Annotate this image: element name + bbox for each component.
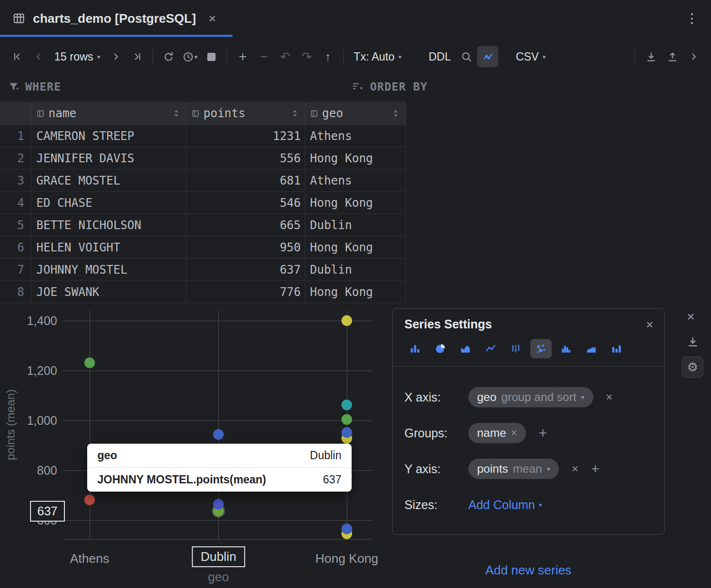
groups-field-pill[interactable]: name ×	[468, 423, 526, 443]
tx-mode-dropdown[interactable]: Tx: Auto ▾	[349, 46, 406, 67]
row-number[interactable]: 5	[0, 214, 31, 236]
tab-close-icon[interactable]: ×	[209, 12, 216, 25]
submit-button[interactable]: ↑	[317, 46, 339, 67]
row-number[interactable]: 4	[0, 192, 31, 214]
scatter-point[interactable]	[341, 524, 352, 534]
export-format-dropdown[interactable]: CSV ▾	[511, 46, 551, 67]
cell-name[interactable]: CAMERON STREEP	[31, 125, 186, 147]
sort-arrows-icon[interactable]	[292, 109, 298, 118]
cell-points[interactable]: 665	[186, 214, 305, 236]
rollback-button[interactable]: ↷	[296, 46, 317, 67]
scatter-point[interactable]	[213, 499, 224, 510]
cell-points[interactable]: 637	[186, 259, 305, 281]
cell-points[interactable]: 950	[186, 236, 305, 259]
chart-settings-button[interactable]: ⚙	[682, 356, 703, 378]
cell-points[interactable]: 546	[186, 192, 305, 214]
scatter-point[interactable]	[341, 315, 352, 326]
column-header-geo[interactable]: geo	[305, 102, 406, 125]
cell-name[interactable]: BETTE NICHOLSON	[31, 214, 186, 236]
remove-y-axis-icon[interactable]: ×	[572, 463, 578, 475]
add-row-button[interactable]: +	[232, 46, 253, 67]
search-button[interactable]	[456, 46, 477, 67]
cell-geo[interactable]: Athens	[305, 125, 406, 147]
chart-view-button[interactable]	[477, 46, 498, 67]
more-toolbar-button[interactable]	[683, 46, 704, 67]
last-page-button[interactable]	[126, 46, 148, 67]
chart-type-column-icon[interactable]	[404, 339, 426, 358]
sort-arrows-icon[interactable]	[393, 109, 399, 118]
cell-geo[interactable]: Hong Kong	[305, 281, 406, 303]
reload-button[interactable]	[158, 46, 179, 67]
cell-name[interactable]: GRACE MOSTEL	[31, 170, 186, 192]
remove-group-icon[interactable]: ×	[511, 427, 517, 439]
cell-geo[interactable]: Athens	[305, 170, 406, 192]
schedule-refresh-button[interactable]: ▾	[179, 46, 201, 67]
row-number[interactable]: 8	[0, 281, 31, 303]
tooltip-row: geo Dublin	[87, 444, 352, 467]
cell-name[interactable]: JENNIFER DAVIS	[31, 147, 186, 170]
row-number[interactable]: 3	[0, 170, 31, 192]
export-chart-button[interactable]	[686, 335, 699, 348]
row-number[interactable]: 6	[0, 236, 31, 259]
remove-x-axis-icon[interactable]: ×	[606, 391, 613, 403]
sort-arrows-icon[interactable]	[173, 109, 179, 118]
close-icon[interactable]: ×	[646, 318, 653, 331]
cell-name[interactable]: HELEN VOIGHT	[31, 236, 186, 259]
cell-name[interactable]: JOHNNY MOSTEL	[31, 259, 186, 281]
order-by-filter[interactable]: ORDER BY	[352, 80, 428, 93]
close-chart-panel-icon[interactable]: ×	[687, 309, 695, 325]
sizes-row: Sizes: Add Column ▾	[404, 487, 652, 523]
chart-type-area-icon[interactable]	[455, 339, 476, 358]
cell-points[interactable]: 1231	[186, 125, 305, 147]
add-y-axis-icon[interactable]: +	[591, 462, 600, 476]
import-data-button[interactable]	[662, 46, 683, 67]
chart-type-scatter-icon[interactable]	[530, 339, 552, 358]
first-page-button[interactable]	[7, 46, 28, 67]
chart-type-line-icon[interactable]	[480, 339, 501, 358]
scatter-point[interactable]	[84, 495, 95, 505]
row-number[interactable]: 2	[0, 147, 31, 170]
row-number[interactable]: 1	[0, 125, 31, 147]
x-axis-field-pill[interactable]: geo group and sort ▾	[468, 387, 593, 407]
column-icon	[36, 109, 45, 118]
scatter-point[interactable]	[213, 429, 224, 440]
y-axis-field-pill[interactable]: points mean ▾	[468, 459, 559, 479]
export-data-button[interactable]	[640, 46, 662, 67]
cell-points[interactable]: 556	[186, 147, 305, 170]
cell-name[interactable]: ED CHASE	[31, 192, 186, 214]
kebab-menu-icon[interactable]: ⋮	[685, 11, 698, 26]
cell-name[interactable]: JOE SWANK	[31, 281, 186, 303]
chart-type-range-icon[interactable]	[505, 339, 526, 358]
previous-page-button[interactable]	[28, 46, 49, 67]
cell-points[interactable]: 681	[186, 170, 305, 192]
tab-charts-demo[interactable]: charts_demo [PostgreSQL] ×	[0, 0, 232, 37]
cell-geo[interactable]: Hong Kong	[305, 147, 406, 170]
cell-geo[interactable]: Dublin	[305, 214, 406, 236]
ddl-button[interactable]: DDL	[424, 46, 456, 67]
page-size-dropdown[interactable]: 15 rows ▾	[49, 46, 105, 67]
add-column-link[interactable]: Add Column ▾	[468, 498, 542, 512]
row-number[interactable]: 7	[0, 259, 31, 281]
add-group-icon[interactable]: +	[539, 426, 547, 440]
chart-type-pie-icon[interactable]	[430, 339, 451, 358]
next-page-button[interactable]	[105, 46, 126, 67]
scatter-point[interactable]	[341, 427, 352, 438]
chart-type-stream-icon[interactable]	[581, 339, 602, 358]
delete-row-button[interactable]: −	[253, 46, 275, 67]
column-header-name[interactable]: name	[31, 102, 186, 125]
add-new-series-link[interactable]: Add new series	[392, 563, 665, 578]
where-filter[interactable]: WHERE	[8, 80, 61, 93]
revert-button[interactable]: ↶	[275, 46, 296, 67]
chart-type-bar-icon[interactable]	[606, 339, 627, 358]
chart-type-histogram-icon[interactable]	[556, 339, 577, 358]
scatter-point[interactable]	[341, 400, 352, 410]
stop-button[interactable]	[201, 46, 222, 67]
cell-geo[interactable]: Hong Kong	[305, 192, 406, 214]
scatter-point[interactable]	[84, 357, 95, 368]
chevron-down-icon: ▾	[581, 393, 585, 401]
cell-points[interactable]: 776	[186, 281, 305, 303]
scatter-point[interactable]	[341, 414, 352, 425]
cell-geo[interactable]: Hong Kong	[305, 236, 406, 259]
column-header-points[interactable]: points	[186, 102, 305, 125]
cell-geo[interactable]: Dublin	[305, 259, 406, 281]
